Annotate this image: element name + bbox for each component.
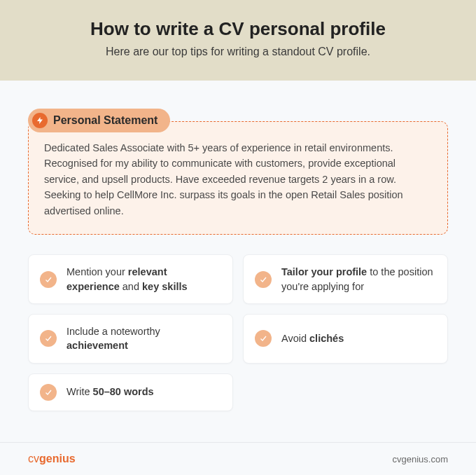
personal-statement-tag: Personal Statement: [28, 109, 170, 132]
tip-text: Tailor your profile to the position you'…: [281, 265, 436, 294]
logo: cvgenius: [28, 453, 76, 465]
tips-grid: Mention your relevant experience and key…: [28, 254, 448, 411]
tip-item: Tailor your profile to the position you'…: [243, 254, 448, 304]
bolt-icon: [32, 113, 48, 128]
tip-text: Avoid clichés: [281, 331, 344, 345]
logo-prefix: cv: [28, 453, 39, 464]
logo-bold: genius: [39, 453, 76, 464]
tip-text: Include a noteworthy achievement: [66, 324, 221, 353]
check-icon: [255, 271, 272, 288]
check-icon: [40, 271, 57, 288]
tip-item: Include a noteworthy achievement: [28, 314, 233, 364]
statement-text: Dedicated Sales Associate with 5+ years …: [44, 142, 403, 216]
tag-row: Personal Statement: [28, 109, 448, 132]
footer-url: cvgenius.com: [393, 454, 448, 464]
footer: cvgenius cvgenius.com: [0, 442, 476, 475]
tip-text: Write 50–80 words: [66, 385, 154, 399]
check-icon: [40, 384, 57, 401]
tag-label: Personal Statement: [53, 114, 158, 127]
tip-item: Avoid clichés: [243, 314, 448, 364]
check-icon: [40, 330, 57, 347]
header: How to write a CV personal profile Here …: [0, 0, 476, 81]
check-icon: [255, 330, 272, 347]
content: Personal Statement Dedicated Sales Assoc…: [0, 81, 476, 439]
tip-item: Mention your relevant experience and key…: [28, 254, 233, 304]
page-title: How to write a CV personal profile: [28, 18, 448, 40]
statement-box: Dedicated Sales Associate with 5+ years …: [28, 121, 448, 235]
tip-item: Write 50–80 words: [28, 373, 233, 411]
page-subtitle: Here are our top tips for writing a stan…: [28, 46, 448, 58]
tip-text: Mention your relevant experience and key…: [66, 265, 221, 294]
